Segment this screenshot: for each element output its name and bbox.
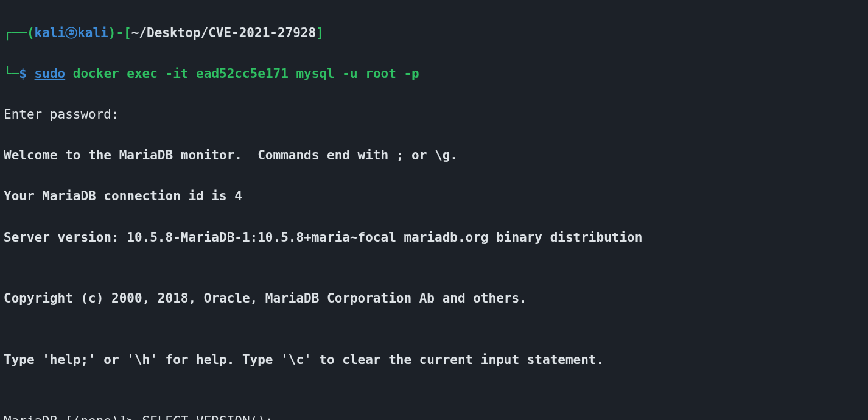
prompt-user: kali — [35, 26, 66, 40]
prompt-corner-top: ┌── — [4, 26, 27, 40]
output-line: Welcome to the MariaDB monitor. Commands… — [4, 145, 864, 166]
prompt-line-2: └─$ sudo docker exec -it ead52cc5e171 my… — [4, 64, 864, 85]
output-line: Copyright (c) 2000, 2018, Oracle, MariaD… — [4, 289, 864, 309]
query-line: MariaDB [(none)]> SELECT VERSION(); — [4, 411, 864, 420]
prompt-line-1: ┌──(kalikali)-[~/Desktop/CVE-2021-27928] — [4, 23, 864, 44]
output-line: Server version: 10.5.8-MariaDB-1:10.5.8+… — [4, 228, 864, 248]
prompt-corner-bottom: └─ — [4, 66, 19, 81]
prompt-cwd: ~/Desktop/CVE-2021-27928 — [131, 26, 316, 40]
skull-icon — [65, 27, 77, 39]
prompt-paren-open: ( — [27, 26, 35, 40]
prompt-paren-close: ) — [108, 26, 116, 40]
cmd-sudo: sudo — [35, 66, 66, 81]
svg-point-1 — [69, 31, 71, 33]
output-line: Enter password: — [4, 105, 864, 125]
terminal[interactable]: ┌──(kalikali)-[~/Desktop/CVE-2021-27928]… — [0, 0, 868, 420]
cmd-rest: docker exec -it ead52cc5e171 mysql -u ro… — [65, 66, 419, 81]
svg-point-2 — [72, 31, 74, 33]
prompt-bracket-open: [ — [124, 26, 131, 40]
prompt-dollar: $ — [19, 66, 34, 81]
output-line: Type 'help;' or '\h' for help. Type '\c'… — [4, 350, 864, 371]
prompt-dash: - — [116, 26, 124, 40]
prompt-host: kali — [77, 26, 108, 40]
prompt-bracket-close: ] — [316, 26, 324, 40]
output-line: Your MariaDB connection id is 4 — [4, 186, 864, 207]
